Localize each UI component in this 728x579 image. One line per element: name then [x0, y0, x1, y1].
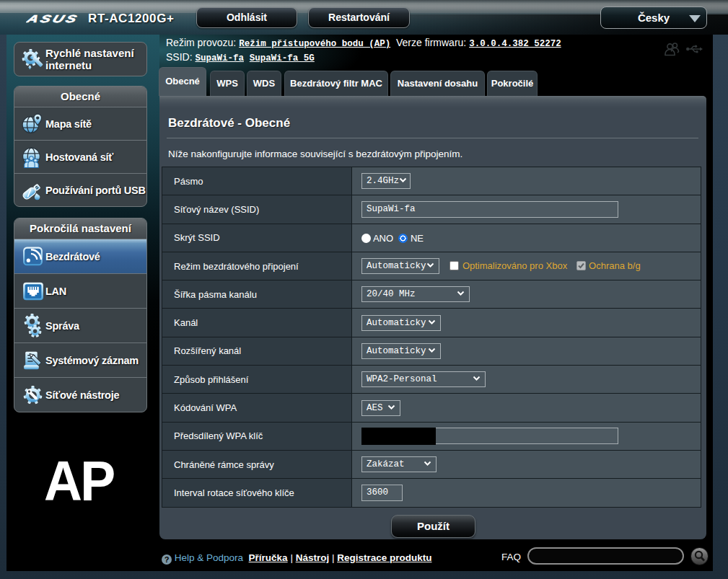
svg-text:ASUS: ASUS — [26, 14, 81, 24]
